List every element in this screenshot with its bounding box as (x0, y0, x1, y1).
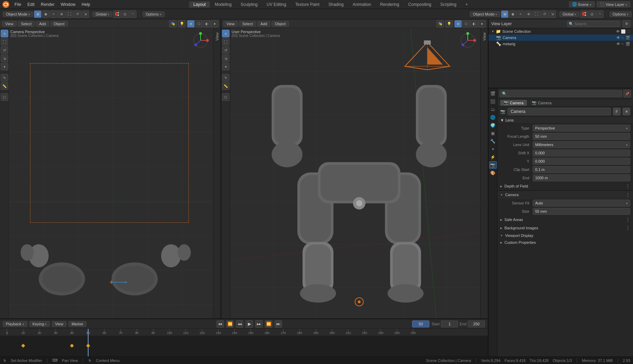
select-menu-left[interactable]: Select (18, 21, 35, 27)
select-lasso-left[interactable]: ⌗ (50, 10, 57, 18)
add-menu-left[interactable]: Add (36, 21, 49, 27)
solid-shading-right[interactable]: ■ (454, 20, 462, 28)
vp-overlay-icon-left[interactable]: 🎭 (169, 20, 177, 28)
timeline-ruler-area[interactable]: 0 10 20 30 40 50 60 (0, 329, 488, 356)
metarig-render-icon[interactable]: 🎬 (625, 42, 630, 46)
clip-start-input[interactable]: 0.1 m (533, 166, 630, 173)
move-tool-right[interactable]: ⛶ (533, 10, 540, 18)
view-menu-right[interactable]: View (223, 21, 238, 27)
render-shading-left[interactable]: ● (211, 20, 218, 28)
camera-section-header[interactable]: ▼ Camera ⋮ (497, 190, 633, 199)
annotate-tool-r[interactable]: ✎ (222, 74, 230, 82)
sensor-size-input[interactable]: 55 mm (533, 208, 630, 215)
tab-modeling[interactable]: Modeling (211, 1, 236, 8)
material-shading-left[interactable]: ◐ (203, 20, 211, 28)
falloff-left[interactable]: ~ (129, 10, 137, 18)
jump-start-btn[interactable]: ⏮ (216, 320, 224, 328)
keying-menu[interactable]: Keying (29, 321, 50, 327)
end-frame-input[interactable]: 250 (468, 320, 485, 327)
prev-frame-btn[interactable]: ⏪ (226, 320, 234, 328)
output-props-icon[interactable]: ⬛ (489, 98, 497, 105)
transform-tool-r[interactable]: ✦ (222, 63, 230, 70)
view-menu-tl[interactable]: View (52, 321, 66, 327)
tab-shading[interactable]: Shading (324, 1, 348, 8)
object-menu-left[interactable]: Object (50, 21, 68, 27)
lens-unit-dropdown[interactable]: Millimeters (533, 141, 630, 148)
add-primitive-tool[interactable]: ⬡ (1, 93, 8, 101)
camera-visibility-icon[interactable]: 👁 (616, 36, 620, 40)
render-shading-right[interactable]: ● (478, 20, 486, 28)
left-n-tab-view[interactable]: View (214, 30, 220, 44)
tab-scripting[interactable]: Scripting (436, 1, 461, 8)
material-props-icon[interactable]: 🎨 (489, 169, 497, 177)
tab-texture-paint[interactable]: Texture Paint (291, 1, 324, 8)
outliner-filter-btn[interactable]: ⚙ (623, 20, 630, 28)
cursor-tool-right[interactable]: ⊕ (525, 10, 532, 18)
jump-end-btn[interactable]: ⏭ (274, 320, 282, 328)
select-menu-right[interactable]: Select (239, 21, 256, 27)
scene-collection-fold[interactable]: ▼ (491, 30, 494, 33)
prev-keyframe-btn[interactable]: ◂◂ (236, 320, 243, 328)
camera-tab-1[interactable]: 📷 Camera (500, 100, 527, 106)
outliner-search-input[interactable] (567, 21, 620, 27)
next-keyframe-btn[interactable]: ▸▸ (255, 320, 263, 328)
tab-animation[interactable]: Animation (348, 1, 375, 8)
view-layer-selector[interactable]: ⬛ View Layer (597, 1, 630, 7)
wire-shading-left[interactable]: ⬡ (195, 20, 203, 28)
mode-selector-right[interactable]: Object Mode (470, 11, 500, 17)
menu-edit[interactable]: Edit (25, 1, 37, 8)
left-vp-canvas[interactable]: Camera Perspective (50) Scene Collection… (9, 28, 221, 318)
camera-name-input[interactable]: Camera (508, 108, 611, 115)
bg-images-menu[interactable]: ⋮ (625, 225, 630, 231)
safe-areas-menu[interactable]: ⋮ (625, 217, 630, 222)
gizmo-left[interactable] (191, 31, 210, 51)
falloff-right[interactable]: ~ (596, 10, 604, 18)
annotate-tool[interactable]: ✎ (1, 74, 8, 82)
outliner-item-scene-collection[interactable]: ▼ 📁 Scene Collection 👁 ⬜ ⬡ (488, 28, 633, 35)
transform-mode-right[interactable]: Global (559, 11, 579, 17)
select-lasso-right[interactable]: ⌗ (517, 10, 524, 18)
right-n-tab-view[interactable]: View (482, 30, 487, 44)
rotate-tool[interactable]: ↺ (1, 46, 8, 54)
shift-x-input[interactable]: 0.000 (533, 150, 630, 156)
dof-menu-icon[interactable]: ⋮ (625, 183, 630, 189)
current-frame-display[interactable]: 50 (412, 320, 429, 327)
cursor-tool-r[interactable]: ⊕ (222, 30, 230, 37)
menu-window[interactable]: Window (58, 1, 78, 8)
clip-end-input[interactable]: 1000 m (533, 174, 630, 181)
menu-help[interactable]: Help (79, 1, 93, 8)
camera-select-icon[interactable]: ↖ (621, 36, 624, 40)
gizmo-right[interactable] (458, 31, 477, 51)
scale-tool-r[interactable]: ⇲ (222, 55, 230, 62)
options-button-left[interactable]: Options (142, 11, 165, 17)
options-button-right[interactable]: Options (609, 11, 632, 17)
props-search-input[interactable] (500, 90, 622, 97)
menu-file[interactable]: File (12, 1, 24, 8)
dof-section-header[interactable]: ▶ Depth of Field ⋮ (497, 182, 633, 190)
sensor-fit-dropdown[interactable]: Auto (533, 200, 630, 207)
camera-tab-2[interactable]: 📷 Camera (528, 100, 555, 106)
lens-type-dropdown[interactable]: Perspective (533, 125, 630, 132)
marker-menu[interactable]: Marker (68, 321, 86, 327)
tab-add[interactable]: + (461, 1, 472, 8)
safe-areas-header[interactable]: ▶ Safe Areas ⋮ (497, 215, 633, 224)
physics-props-icon[interactable]: ⚡ (489, 153, 497, 161)
cursor-tool-left[interactable]: ⊕ (58, 10, 65, 18)
measure-tool-r[interactable]: 📏 (222, 82, 230, 90)
move-tool-left[interactable]: ⛶ (66, 10, 73, 18)
tab-rendering[interactable]: Rendering (376, 1, 403, 8)
rotate-tool-r[interactable]: ↺ (222, 46, 230, 54)
mode-selector-left[interactable]: Object Mode (3, 11, 33, 17)
tab-uv-editing[interactable]: UV Editing (262, 1, 290, 8)
add-menu-right[interactable]: Add (257, 21, 270, 27)
tab-sculpting[interactable]: Sculpting (236, 1, 262, 8)
select-circle-left[interactable]: ◉ (42, 10, 49, 18)
vp-shading-left[interactable]: 💡 (178, 20, 186, 28)
scale-tool-right[interactable]: ⇲ (549, 10, 556, 18)
rotate-tool-left[interactable]: ↺ (74, 10, 81, 18)
wire-shading-right[interactable]: ⬡ (462, 20, 470, 28)
menu-render[interactable]: Render (38, 1, 57, 8)
transform-tool[interactable]: ✦ (1, 63, 8, 70)
move-tool[interactable]: ⛶ (1, 38, 8, 46)
vp-display-header[interactable]: ▼ Viewport Display (497, 232, 633, 239)
